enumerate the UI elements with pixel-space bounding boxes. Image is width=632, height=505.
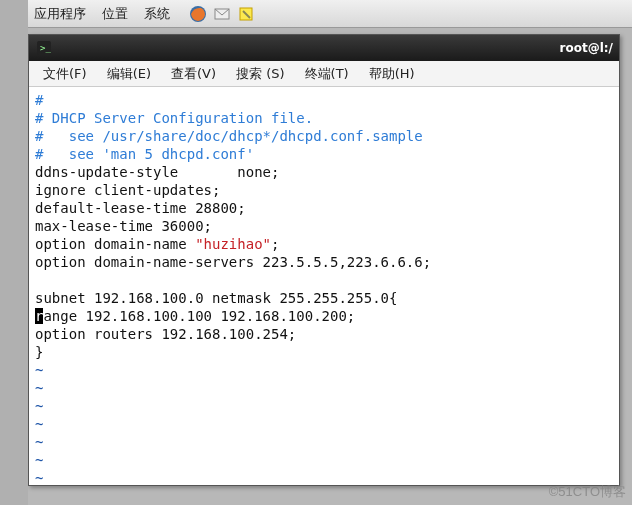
firefox-icon[interactable] [188,4,208,24]
editor-line: # see /usr/share/doc/dhcp*/dhcpd.conf.sa… [35,127,613,145]
editor-line: # DHCP Server Configuration file. [35,109,613,127]
notes-icon[interactable] [236,4,256,24]
editor-line: ~ [35,361,613,379]
gnome-top-panel: 应用程序 位置 系统 [0,0,632,28]
desktop-left-strip [0,0,28,505]
system-menu[interactable]: 系统 [138,5,176,23]
menu-help[interactable]: 帮助(H) [359,61,425,86]
editor-line: # see 'man 5 dhcpd.conf' [35,145,613,163]
menu-edit[interactable]: 编辑(E) [97,61,161,86]
places-menu[interactable]: 位置 [96,5,134,23]
editor-line: # [35,91,613,109]
svg-text:>_: >_ [40,43,51,53]
editor-line: max-lease-time 36000; [35,217,613,235]
editor-line: ~ [35,415,613,433]
editor-line [35,271,613,289]
editor-line: default-lease-time 28800; [35,199,613,217]
window-titlebar[interactable]: >_ root@l:/ [29,35,619,61]
editor-line: ignore client-updates; [35,181,613,199]
menu-search[interactable]: 搜索 (S) [226,61,295,86]
editor-line: subnet 192.168.100.0 netmask 255.255.255… [35,289,613,307]
terminal-menubar: 文件(F) 编辑(E) 查看(V) 搜索 (S) 终端(T) 帮助(H) [29,61,619,87]
editor-line: range 192.168.100.100 192.168.100.200; [35,307,613,325]
editor-line: ~ [35,433,613,451]
editor-line: ~ [35,379,613,397]
editor-line: option domain-name "huzihao"; [35,235,613,253]
editor-line: ~ [35,469,613,485]
menu-view[interactable]: 查看(V) [161,61,226,86]
editor-line: ~ [35,451,613,469]
editor-line: } [35,343,613,361]
mail-icon[interactable] [212,4,232,24]
editor-content[interactable]: ## DHCP Server Configuration file.# see … [29,87,619,485]
menu-file[interactable]: 文件(F) [33,61,97,86]
terminal-window: >_ root@l:/ 文件(F) 编辑(E) 查看(V) 搜索 (S) 终端(… [28,34,620,486]
applications-menu[interactable]: 应用程序 [28,5,92,23]
menu-terminal[interactable]: 终端(T) [295,61,359,86]
terminal-icon: >_ [35,39,53,57]
editor-line: ddns-update-style none; [35,163,613,181]
editor-line: option routers 192.168.100.254; [35,325,613,343]
editor-line: option domain-name-servers 223.5.5.5,223… [35,253,613,271]
editor-line: ~ [35,397,613,415]
window-title: root@l:/ [560,41,613,55]
